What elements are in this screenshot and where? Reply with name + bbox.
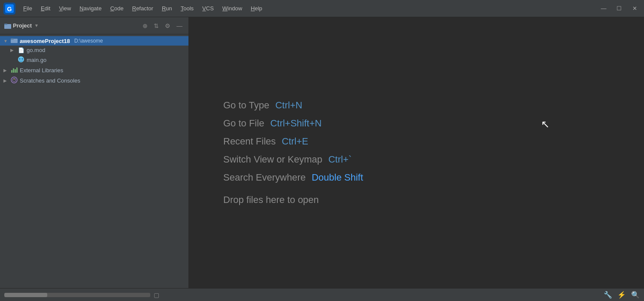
tree-label-scratches: Scratches and Consoles <box>20 77 80 84</box>
menu-code[interactable]: Code <box>107 3 127 13</box>
settings-icon[interactable]: ⚙ <box>163 22 172 30</box>
menu-vcs[interactable]: VCS <box>199 3 217 13</box>
tree-root-item[interactable]: ▼ awesomeProject18 D:\awesome <box>0 36 188 46</box>
scrollbar-thumb <box>4 293 47 297</box>
sidebar-header: Project ▾ ⊕ ⇅ ⚙ — <box>0 17 188 34</box>
horizontal-scrollbar[interactable] <box>4 293 150 297</box>
editor-area: Go to Type Ctrl+N Go to File Ctrl+Shift+… <box>189 17 644 288</box>
status-bar: ▢ 🔧 ⚡ 🔍 <box>0 288 644 301</box>
lightning-icon[interactable]: ⚡ <box>617 291 626 299</box>
shortcut-switch-view: Switch View or Keymap Ctrl+` <box>223 154 363 165</box>
tree-item-maingo[interactable]: ▶ main.go <box>7 55 188 65</box>
menu-navigate[interactable]: Navigate <box>76 3 105 13</box>
menu-run[interactable]: Run <box>158 3 176 13</box>
main-layout: Project ▾ ⊕ ⇅ ⚙ — ▼ awesomeProje <box>0 17 644 288</box>
svg-rect-12 <box>15 69 16 73</box>
search-everywhere-action: Search Everywhere <box>223 172 306 183</box>
menu-tools[interactable]: Tools <box>177 3 197 13</box>
svg-point-8 <box>19 58 21 60</box>
collapse-all-icon[interactable]: ⇅ <box>152 22 161 30</box>
recent-files-action: Recent Files <box>223 136 276 147</box>
maximize-button[interactable]: ☐ <box>613 4 625 13</box>
svg-rect-4 <box>4 24 7 25</box>
cursor-indicator: ↖ <box>541 118 550 130</box>
extlibs-icon <box>10 67 18 74</box>
svg-rect-6 <box>11 38 14 40</box>
menu-file[interactable]: File <box>20 3 36 13</box>
panel-icon[interactable]: ▢ <box>154 292 159 298</box>
scratches-icon <box>10 77 18 85</box>
status-bar-left: ▢ <box>4 292 159 298</box>
wrench-icon[interactable]: 🔧 <box>604 291 612 299</box>
mouse-cursor-icon: ↖ <box>541 118 550 130</box>
menu-window[interactable]: Window <box>219 3 246 13</box>
folder-root-icon <box>10 37 18 44</box>
menu-help[interactable]: Help <box>247 3 266 13</box>
app-logo: G <box>3 3 15 15</box>
window-controls: — ☐ ✕ <box>598 4 641 13</box>
svg-text:G: G <box>7 6 12 12</box>
shortcut-recent-files: Recent Files Ctrl+E <box>223 136 363 147</box>
recent-files-key: Ctrl+E <box>282 136 308 147</box>
tree-item-scratches[interactable]: ▶ Scratches and Consoles <box>0 75 188 86</box>
title-bar: G File Edit View Navigate Code Refactor … <box>0 0 644 17</box>
svg-rect-11 <box>13 68 14 73</box>
menu-view[interactable]: View <box>55 3 74 13</box>
svg-point-9 <box>21 58 23 60</box>
tree-item-gomod[interactable]: ▶ 📄 go.mod <box>7 46 188 55</box>
file-gomod-icon: 📄 <box>17 47 25 53</box>
tree-arrow-extlibs: ▶ <box>3 68 9 73</box>
tree-arrow-scratches: ▶ <box>3 78 9 83</box>
svg-rect-13 <box>16 68 18 73</box>
menu-bar: File Edit View Navigate Code Refactor Ru… <box>20 3 598 13</box>
goto-file-key: Ctrl+Shift+N <box>270 118 322 129</box>
tree-arrow-root: ▼ <box>3 39 9 43</box>
project-tree: ▼ awesomeProject18 D:\awesome ▶ 📄 go.mod <box>0 34 188 288</box>
shortcut-search-everywhere: Search Everywhere Double Shift <box>223 172 363 183</box>
status-bar-right: 🔧 ⚡ 🔍 <box>604 291 640 299</box>
drop-files-text: Drop files here to open <box>223 194 319 206</box>
tree-root-label: awesomeProject18 <box>20 38 70 44</box>
sidebar: Project ▾ ⊕ ⇅ ⚙ — ▼ awesomeProje <box>0 17 189 288</box>
shortcut-list: Go to Type Ctrl+N Go to File Ctrl+Shift+… <box>223 100 363 206</box>
menu-refactor[interactable]: Refactor <box>129 3 157 13</box>
shortcut-goto-file: Go to File Ctrl+Shift+N <box>223 118 363 129</box>
folder-icon <box>4 23 11 29</box>
project-label: Project <box>13 22 32 29</box>
tree-root-path: D:\awesome <box>74 38 103 44</box>
minimize-button[interactable]: — <box>598 4 610 13</box>
switch-view-action: Switch View or Keymap <box>223 154 322 165</box>
close-button[interactable]: ✕ <box>629 4 641 13</box>
add-icon[interactable]: ⊕ <box>141 22 149 30</box>
goto-file-action: Go to File <box>223 118 264 129</box>
shortcut-goto-type: Go to Type Ctrl+N <box>223 100 363 111</box>
search-everywhere-key: Double Shift <box>312 172 363 183</box>
tree-label-maingo: main.go <box>27 57 46 63</box>
search-status-icon[interactable]: 🔍 <box>631 291 640 299</box>
goto-type-action: Go to Type <box>223 100 269 111</box>
goto-type-key: Ctrl+N <box>275 100 302 111</box>
sidebar-title: Project ▾ <box>4 22 38 29</box>
tree-item-extlibs[interactable]: ▶ External Libraries <box>0 65 188 75</box>
file-maingo-icon <box>17 56 25 64</box>
tree-label-extlibs: External Libraries <box>20 67 63 74</box>
chevron-down-icon[interactable]: ▾ <box>35 23 38 28</box>
tree-label-gomod: go.mod <box>27 47 45 53</box>
svg-rect-10 <box>11 70 12 73</box>
drop-files-row: Drop files here to open <box>223 190 363 206</box>
hide-icon[interactable]: — <box>175 22 184 30</box>
tree-arrow-gomod: ▶ <box>10 48 15 52</box>
menu-edit[interactable]: Edit <box>37 3 54 13</box>
switch-view-key: Ctrl+` <box>328 154 352 165</box>
